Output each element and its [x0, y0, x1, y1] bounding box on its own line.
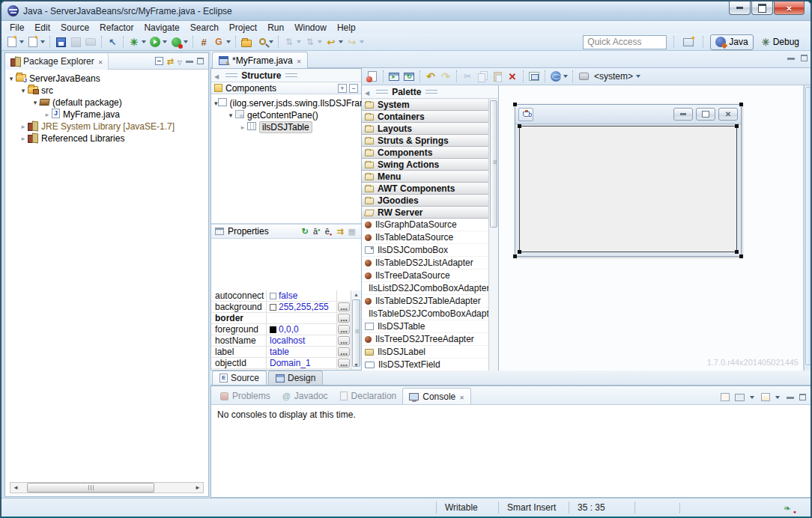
menu-navigate[interactable]: Navigate [139, 22, 184, 34]
palette-item-ilsdsjcombobox[interactable]: IlsDSJComboBox [362, 244, 488, 257]
new-project-button[interactable] [26, 35, 40, 49]
tree-item-referenced-libraries[interactable]: Referenced Libraries [7, 132, 208, 144]
palette-category-awt[interactable]: AWT Components [362, 183, 488, 195]
tree-item-frame[interactable]: (ilog.server.jsds.swing.IlsDSJFrame) [214, 97, 361, 109]
prev-annotation-dropdown[interactable] [297, 40, 301, 43]
scroll-down-icon[interactable]: ▼ [351, 361, 361, 370]
run-dropdown[interactable] [163, 40, 167, 43]
property-ellipsis-button[interactable] [338, 302, 350, 311]
menu-search[interactable]: Search [185, 22, 224, 34]
property-row-objectid[interactable]: objectId Domain_1 [211, 358, 351, 369]
scroll-left-icon[interactable]: ◄ [10, 484, 21, 491]
perspective-java-button[interactable]: Java [710, 34, 753, 50]
prev-annotation-button[interactable] [282, 35, 296, 49]
debug-dropdown[interactable] [142, 40, 146, 43]
palette-category-menu[interactable]: Menu [362, 171, 488, 183]
package-explorer-tab[interactable]: Package Explorer [5, 53, 109, 70]
scrollbar-thumb[interactable] [27, 483, 154, 493]
laf-button[interactable] [577, 70, 590, 83]
back-dropdown[interactable] [339, 40, 343, 43]
goto-definition-icon[interactable] [313, 227, 321, 236]
selection-handle[interactable] [739, 255, 743, 258]
menu-window[interactable]: Window [289, 22, 332, 34]
cut-button[interactable] [461, 70, 474, 83]
minimize-view-icon[interactable] [186, 60, 193, 63]
preview-title-bar[interactable] [515, 105, 741, 124]
selection-handle[interactable] [739, 103, 743, 106]
palette-item-ilstreedatasource[interactable]: IlsTreeDataSource [362, 269, 488, 282]
tab-source[interactable]: Source [212, 371, 267, 385]
scrollbar-thumb[interactable] [352, 299, 360, 367]
display-console-dropdown[interactable] [750, 396, 754, 399]
design-canvas[interactable]: 1.7.0.r44x201405021445 [499, 85, 804, 371]
sort-properties-icon[interactable] [325, 227, 333, 237]
show-events-icon[interactable] [302, 227, 309, 237]
palette-item-ilsdsjtable[interactable]: IlsDSJTable [362, 320, 488, 333]
test-window-button[interactable] [387, 70, 401, 83]
next-annotation-dropdown[interactable] [318, 40, 322, 43]
close-icon[interactable] [98, 56, 103, 67]
tab-design[interactable]: Design [268, 371, 323, 385]
copy-button[interactable] [476, 70, 489, 83]
new-project-dropdown[interactable] [40, 40, 45, 43]
property-row-autoconnect[interactable]: autoconnect false [211, 290, 351, 302]
title-bar[interactable]: Java - ServerJavaBeans/src/MyFrame.java … [1, 1, 811, 21]
tree-item-jre[interactable]: JRE System Library [JavaSE-1.7] [7, 121, 208, 132]
palette-category-jgoodies[interactable]: JGoodies [362, 195, 488, 207]
property-row-hostname[interactable]: hostName localhost [211, 335, 351, 347]
tab-javadoc[interactable]: Javadoc [276, 388, 334, 404]
editor-tab-myframe[interactable]: *MyFrame.java [212, 52, 308, 68]
menu-help[interactable]: Help [332, 22, 361, 34]
palette-category-components[interactable]: Components [362, 147, 488, 159]
palette-category-layouts[interactable]: Layouts [362, 123, 488, 135]
palette-item-ilslistds2jcomboboxadapter[interactable]: IlsListDS2JComboBoxAdapter [362, 282, 488, 295]
print-button[interactable] [84, 35, 97, 49]
background-job-icon[interactable] [784, 503, 794, 513]
laf-selected-value[interactable]: <system> [594, 71, 633, 82]
coverage-dropdown[interactable] [184, 40, 188, 43]
expander-icon[interactable] [19, 135, 28, 142]
property-ellipsis-button[interactable] [338, 314, 350, 323]
minimize-view-icon[interactable] [787, 396, 794, 399]
view-menu-icon[interactable] [178, 56, 182, 67]
externalize-strings-button[interactable] [527, 70, 541, 83]
selection-handle[interactable] [513, 255, 517, 258]
show-advanced-properties-icon[interactable] [336, 227, 343, 237]
property-ellipsis-button[interactable] [338, 347, 350, 356]
search-dropdown[interactable] [269, 40, 273, 43]
property-row-label[interactable]: label table [211, 347, 351, 358]
statusbar-drag-handle[interactable] [679, 503, 680, 513]
menu-refactor[interactable]: Refactor [94, 22, 139, 34]
back-button[interactable] [324, 35, 338, 49]
preview-frame[interactable] [515, 104, 742, 257]
expander-icon[interactable] [226, 112, 235, 119]
expander-icon[interactable] [238, 124, 247, 131]
show-errors-button[interactable] [366, 70, 379, 83]
selection-handle[interactable] [735, 250, 739, 254]
palette-category-rw-server[interactable]: RW Server [362, 207, 488, 219]
perspective-debug-button[interactable]: Debug [757, 34, 804, 50]
scroll-right-icon[interactable]: ► [193, 484, 203, 491]
display-console-icon[interactable] [735, 394, 745, 401]
palette-category-containers[interactable]: Containers [362, 111, 488, 123]
open-perspective-button[interactable] [682, 35, 695, 49]
property-ellipsis-button[interactable] [338, 336, 350, 345]
property-value[interactable]: 0,0,0 [267, 324, 337, 335]
collapse-all-icon[interactable]: − [349, 84, 358, 93]
property-ellipsis-button[interactable] [338, 359, 350, 368]
property-value[interactable] [267, 313, 337, 323]
maximize-editor-icon[interactable] [801, 55, 808, 61]
window-close-button[interactable] [774, 1, 805, 15]
palette-category-system[interactable]: System [362, 99, 488, 111]
palette-item-ilstabledatasource[interactable]: IlsTableDataSource [362, 231, 488, 244]
window-minimize-button[interactable] [729, 1, 751, 15]
new-wizard-dropdown[interactable] [19, 40, 24, 43]
new-grid-button[interactable] [197, 35, 210, 49]
preview-content-pane[interactable] [519, 126, 737, 252]
save-button[interactable] [54, 35, 67, 49]
palette-item-ilstreeds2jtreeadapter[interactable]: IlsTreeDS2JTreeAdapter [362, 333, 488, 346]
minimize-editor-icon[interactable] [787, 57, 795, 60]
link-with-editor-icon[interactable] [167, 56, 174, 67]
tree-item-ilsdsjtable[interactable]: ilsDSJTable [214, 121, 361, 133]
property-value[interactable]: table [267, 347, 337, 357]
